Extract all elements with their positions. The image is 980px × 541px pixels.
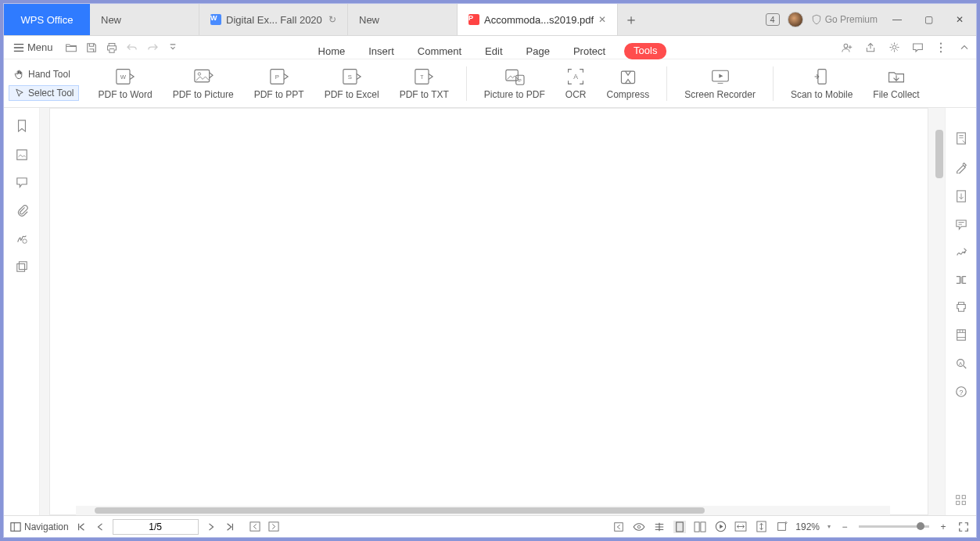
ribbon-tab-comment[interactable]: Comment [413, 43, 466, 59]
ribbon-tab-tools[interactable]: Tools [624, 43, 666, 59]
document-viewport[interactable] [40, 108, 934, 515]
share-icon[interactable] [863, 41, 878, 55]
ribbon-tab-protect[interactable]: Protect [569, 43, 610, 59]
rotate-icon[interactable] [775, 521, 788, 533]
continuous-icon[interactable] [653, 521, 666, 533]
convert-icon[interactable] [955, 189, 967, 203]
layers-icon[interactable] [16, 260, 28, 273]
first-page-button[interactable] [75, 521, 88, 533]
next-page-button[interactable] [205, 521, 217, 533]
app-badge[interactable]: WPS Office [4, 4, 90, 35]
svg-rect-37 [11, 522, 20, 531]
signature-panel-icon[interactable] [16, 232, 28, 245]
redo-icon[interactable] [145, 41, 160, 55]
horizontal-scrollbar[interactable] [76, 506, 890, 515]
prev-view-button[interactable] [249, 521, 261, 533]
reflow-icon[interactable] [612, 521, 625, 533]
single-page-icon[interactable] [673, 521, 686, 533]
attachment-icon[interactable] [16, 204, 28, 217]
minimize-button[interactable]: — [885, 4, 909, 36]
comment-panel-icon[interactable] [16, 177, 28, 188]
apps-icon[interactable] [955, 494, 967, 506]
tab-doc-digital[interactable]: W Digital Ex... Fall 2020 ↻ [199, 4, 348, 35]
open-icon[interactable] [64, 41, 78, 55]
sign-icon[interactable] [955, 246, 967, 259]
thumbnail-icon[interactable] [16, 149, 28, 161]
tab-new-2[interactable]: New [348, 4, 458, 35]
ribbon-tab-insert[interactable]: Insert [364, 43, 399, 59]
window-count-badge[interactable]: 4 [766, 13, 780, 26]
svg-point-1 [892, 45, 896, 49]
svg-text:A: A [573, 73, 578, 81]
navigation-toggle[interactable]: Navigation [10, 521, 69, 532]
eye-icon[interactable] [633, 521, 645, 533]
close-icon[interactable]: ✕ [598, 14, 606, 25]
pdf-to-excel-button[interactable]: S PDF to Excel [317, 67, 387, 100]
bookmark-icon[interactable] [16, 119, 28, 133]
ribbon-tab-page[interactable]: Page [522, 43, 555, 59]
prev-page-button[interactable] [94, 521, 106, 533]
maximize-button[interactable]: ▢ [917, 4, 940, 36]
right-rail: A ? [945, 108, 976, 515]
content-area: A ? [4, 108, 976, 515]
extract-icon[interactable] [955, 328, 967, 342]
last-page-button[interactable] [224, 521, 236, 533]
page-input[interactable] [113, 519, 199, 535]
next-view-button[interactable] [267, 521, 280, 533]
picture-to-pdf-button[interactable]: P Picture to PDF [476, 67, 553, 100]
tab-doc-accommoda[interactable]: P Accommoda...s2019.pdf ✕ [458, 4, 618, 35]
vscroll-thumb[interactable] [935, 130, 943, 178]
pdf-to-picture-button[interactable]: PDF to Picture [165, 67, 242, 100]
edit-page-icon[interactable] [955, 131, 967, 145]
more-icon[interactable] [934, 41, 948, 55]
edit-text-icon[interactable] [955, 161, 967, 174]
new-tab-button[interactable]: ＋ [618, 4, 644, 35]
hscroll-thumb[interactable] [95, 507, 705, 514]
svg-point-2 [940, 42, 942, 44]
zoom-value[interactable]: 192% [795, 521, 820, 532]
select-tool-button[interactable]: Select Tool [9, 85, 79, 101]
ribbon-tab-home[interactable]: Home [314, 43, 350, 59]
play-icon[interactable] [714, 521, 727, 533]
zoom-out-button[interactable]: − [838, 521, 851, 533]
find-icon[interactable]: A [955, 357, 967, 370]
ocr-button[interactable]: A OCR [558, 67, 594, 100]
undo-icon[interactable] [125, 41, 139, 55]
pdf-to-word-button[interactable]: W PDF to Word [90, 67, 160, 100]
svg-rect-33 [957, 496, 960, 499]
zoom-handle[interactable] [917, 522, 924, 530]
add-user-icon[interactable] [840, 41, 854, 55]
scan-to-mobile-button[interactable]: Scan to Mobile [783, 67, 860, 100]
zoom-slider[interactable] [859, 525, 929, 528]
file-collect-button[interactable]: File Collect [865, 67, 927, 100]
pdf-to-ppt-button[interactable]: P PDF to PPT [246, 67, 312, 100]
split-icon[interactable] [955, 274, 967, 285]
zoom-in-button[interactable]: + [937, 521, 949, 533]
help-icon[interactable]: ? [955, 385, 967, 398]
hand-tool-button[interactable]: Hand Tool [9, 66, 79, 82]
fullscreen-button[interactable] [957, 521, 970, 533]
vertical-scrollbar[interactable] [934, 108, 945, 515]
fit-width-icon[interactable] [734, 521, 747, 533]
print-icon[interactable] [105, 41, 119, 55]
fit-page-icon[interactable] [755, 521, 767, 533]
screen-recorder-button[interactable]: Screen Recorder [677, 67, 763, 100]
qat-dropdown-icon[interactable] [166, 41, 180, 55]
zoom-dropdown-icon[interactable]: ▾ [827, 523, 831, 530]
chat-icon[interactable] [910, 41, 924, 55]
settings-icon[interactable] [887, 41, 901, 55]
pdf-to-txt-button[interactable]: T PDF to TXT [392, 67, 457, 100]
menu-button[interactable]: Menu [9, 40, 58, 55]
tab-new-1[interactable]: New [90, 4, 199, 35]
go-premium-button[interactable]: Go Premium [811, 14, 878, 25]
print-panel-icon[interactable] [955, 301, 967, 313]
compress-button[interactable]: Compress [599, 67, 658, 100]
two-page-icon[interactable] [694, 521, 706, 533]
ribbon-tab-edit[interactable]: Edit [480, 43, 507, 59]
collapse-ribbon-icon[interactable] [957, 41, 971, 55]
close-window-button[interactable]: ✕ [948, 4, 971, 36]
annotation-icon[interactable] [955, 219, 967, 231]
avatar[interactable] [788, 12, 803, 27]
tab-refresh-icon[interactable]: ↻ [328, 14, 336, 25]
save-icon[interactable] [84, 41, 99, 55]
